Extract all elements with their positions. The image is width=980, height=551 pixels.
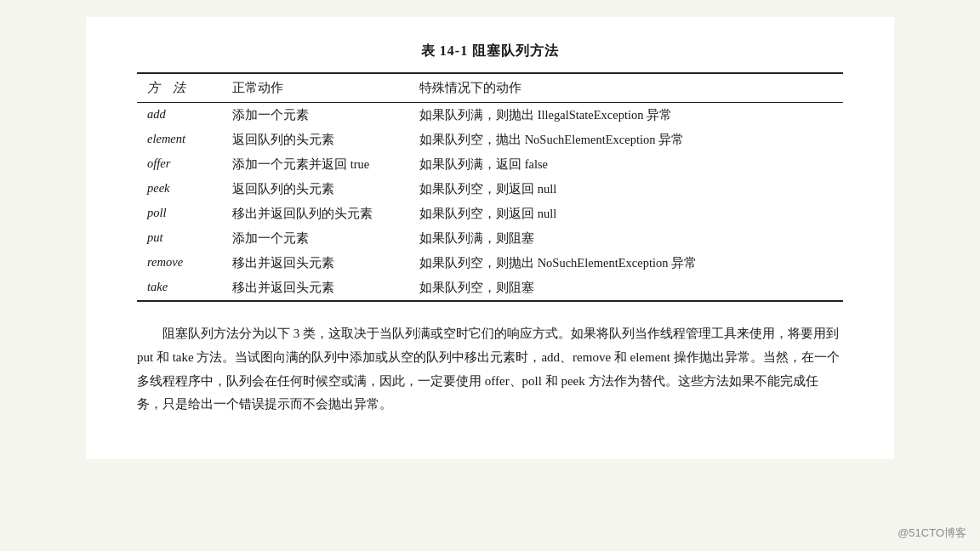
watermark: @51CTO博客 [897, 525, 966, 541]
table-row: offer添加一个元素并返回 true如果队列满，返回 false [137, 152, 843, 177]
header-special: 特殊情况下的动作 [409, 73, 843, 103]
cell-method: offer [137, 152, 222, 177]
cell-normal: 返回队列的头元素 [222, 177, 409, 202]
table-row: put添加一个元素如果队列满，则阻塞 [137, 226, 843, 251]
cell-method: add [137, 103, 222, 128]
table-row: peek返回队列的头元素如果队列空，则返回 null [137, 177, 843, 202]
description-paragraph: 阻塞队列方法分为以下 3 类，这取决于当队列满或空时它们的响应方式。如果将队列当… [137, 322, 843, 417]
cell-special: 如果队列空，则阻塞 [409, 276, 843, 301]
cell-method: poll [137, 202, 222, 226]
table-row: add添加一个元素如果队列满，则抛出 IllegalStateException… [137, 103, 843, 128]
header-normal: 正常动作 [222, 73, 409, 103]
table-row: poll移出并返回队列的头元素如果队列空，则返回 null [137, 202, 843, 226]
cell-method: put [137, 226, 222, 251]
cell-normal: 添加一个元素 [222, 103, 409, 128]
page-content: 表 14-1 阻塞队列方法 方 法 正常动作 特殊情况下的动作 add添加一个元… [86, 17, 894, 459]
cell-method: take [137, 276, 222, 301]
cell-normal: 添加一个元素 [222, 226, 409, 251]
table-row: element返回队列的头元素如果队列空，抛出 NoSuchElementExc… [137, 128, 843, 152]
cell-method: remove [137, 251, 222, 276]
table-row: remove移出并返回头元素如果队列空，则抛出 NoSuchElementExc… [137, 251, 843, 276]
cell-normal: 返回队列的头元素 [222, 128, 409, 152]
cell-special: 如果队列满，则抛出 IllegalStateException 异常 [409, 103, 843, 128]
cell-special: 如果队列空，抛出 NoSuchElementException 异常 [409, 128, 843, 152]
cell-normal: 移出并返回头元素 [222, 276, 409, 301]
table-title: 表 14-1 阻塞队列方法 [137, 43, 843, 60]
cell-special: 如果队列满，则阻塞 [409, 226, 843, 251]
cell-special: 如果队列空，则抛出 NoSuchElementException 异常 [409, 251, 843, 276]
cell-method: peek [137, 177, 222, 202]
cell-normal: 移出并返回队列的头元素 [222, 202, 409, 226]
blocking-queue-table: 方 法 正常动作 特殊情况下的动作 add添加一个元素如果队列满，则抛出 Ill… [137, 72, 843, 302]
cell-special: 如果队列空，则返回 null [409, 202, 843, 226]
cell-normal: 移出并返回头元素 [222, 251, 409, 276]
table-header-row: 方 法 正常动作 特殊情况下的动作 [137, 73, 843, 103]
cell-normal: 添加一个元素并返回 true [222, 152, 409, 177]
cell-special: 如果队列空，则返回 null [409, 177, 843, 202]
cell-special: 如果队列满，返回 false [409, 152, 843, 177]
table-row: take移出并返回头元素如果队列空，则阻塞 [137, 276, 843, 301]
header-method: 方 法 [137, 73, 222, 103]
cell-method: element [137, 128, 222, 152]
